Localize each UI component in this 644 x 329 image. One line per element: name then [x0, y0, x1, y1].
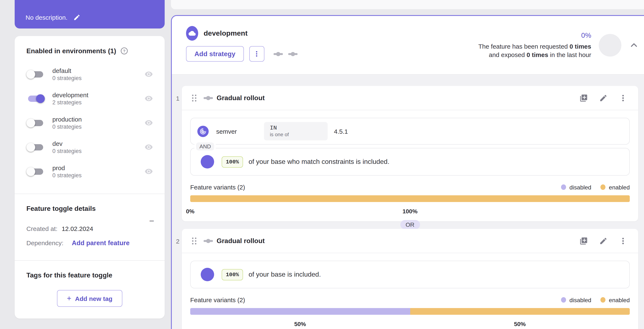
- variant-segment-disabled: [190, 308, 410, 315]
- rollout-percentage-chip: 100%: [222, 269, 243, 280]
- strategy-card: Gradual rollout 100% of your: [182, 229, 638, 329]
- eye-icon[interactable]: [144, 118, 153, 127]
- rollout-percentage-circle: [201, 268, 214, 281]
- environments-title: Enabled in environments (1) ?: [26, 47, 153, 55]
- tags-section: Tags for this feature toggle + Add new t…: [15, 261, 165, 318]
- strategy-menu-icon[interactable]: [619, 236, 627, 245]
- environment-row-default: default 0 strategies: [26, 64, 153, 84]
- metrics-line-2: and exposed 0 times in the last hour: [478, 50, 591, 59]
- strategy-header: Gradual rollout: [182, 86, 638, 110]
- cloud-icon: [188, 30, 196, 37]
- environment-row-dev: dev 0 strategies: [26, 137, 153, 157]
- feature-sidebar-card: Enabled in environments (1) ? default 0 …: [15, 36, 165, 318]
- constraint-context-field: semver: [216, 128, 255, 135]
- feature-details-title: Feature toggle details: [26, 205, 153, 212]
- rollout-strategy-icon: [204, 93, 213, 102]
- eye-icon[interactable]: [144, 143, 153, 151]
- chevron-up-icon[interactable]: [629, 40, 639, 50]
- environment-strategy-count: 0 strategies: [52, 172, 144, 179]
- constraint-row: semver IN is one of 4.5.1: [190, 118, 630, 144]
- legend-disabled-label: disabled: [570, 184, 591, 190]
- created-at-label: Created at:: [26, 225, 58, 232]
- variants-legend: disabled enabled: [561, 296, 630, 303]
- strategy-menu-icon[interactable]: [619, 94, 627, 102]
- feature-variants: Feature variants (2) disabled enabled: [190, 184, 630, 220]
- variant-segment-enabled: [410, 308, 630, 315]
- edit-strategy-icon[interactable]: [599, 94, 608, 102]
- collapse-details-button[interactable]: –: [150, 218, 154, 222]
- legend-enabled-dot: [600, 184, 606, 190]
- constraint-operator: IN is one of: [264, 122, 328, 140]
- kebab-icon: [253, 50, 260, 58]
- created-at-row: Created at: 12.02.2024: [26, 225, 153, 232]
- strategy-title: Gradual rollout: [216, 94, 580, 102]
- copy-strategy-icon[interactable]: [580, 236, 588, 245]
- add-parent-feature-link[interactable]: Add parent feature: [72, 239, 130, 247]
- or-separator-chip: OR: [400, 220, 420, 229]
- environment-toggle-prod[interactable]: [28, 168, 43, 174]
- legend-disabled-label: disabled: [570, 296, 591, 303]
- and-connector-chip: AND: [194, 141, 216, 152]
- svg-text:?: ?: [123, 49, 126, 53]
- environment-menu-button[interactable]: [249, 46, 264, 62]
- environment-row-production: production 0 strategies: [26, 113, 153, 133]
- strategy-card: Gradual rollout: [182, 86, 638, 221]
- dependency-row: Dependency: Add parent feature: [26, 239, 153, 247]
- legend-disabled-dot: [561, 184, 566, 190]
- edit-strategy-icon[interactable]: [599, 236, 608, 245]
- eye-icon[interactable]: [144, 94, 153, 103]
- strategy-header: Gradual rollout: [182, 229, 638, 253]
- drag-handle-icon[interactable]: [190, 236, 198, 246]
- add-new-tag-button[interactable]: + Add new tag: [57, 290, 122, 307]
- rollout-row: 100% of your base who match constraints …: [190, 148, 630, 176]
- legend-enabled-label: enabled: [609, 184, 630, 190]
- environment-accordion-development: development Add strategy: [171, 15, 644, 329]
- avatar: [599, 34, 621, 56]
- drag-handle-icon[interactable]: [190, 93, 198, 102]
- variant-segment-enabled: [190, 195, 630, 202]
- rollout-description: of your base is included.: [248, 271, 321, 278]
- environment-toggle-default[interactable]: [28, 71, 43, 77]
- environment-name: default: [52, 66, 144, 74]
- environment-row-development: development 2 strategies: [26, 88, 153, 108]
- top-panel-edge: [171, 0, 644, 9]
- variants-legend: disabled enabled: [561, 184, 630, 190]
- rollout-percentage-chip: 100%: [222, 156, 243, 168]
- variants-label: Feature variants (2): [190, 184, 245, 191]
- context-field-icon: [200, 128, 206, 135]
- constraint-icon: [197, 126, 209, 137]
- legend-enabled-label: enabled: [609, 296, 630, 303]
- plus-icon: +: [67, 294, 71, 303]
- help-icon[interactable]: ?: [120, 47, 128, 55]
- eye-icon[interactable]: [144, 167, 153, 176]
- environment-toggle-production[interactable]: [28, 120, 43, 126]
- strategy-order-number: 1: [176, 95, 180, 102]
- environment-name: dev: [52, 139, 144, 147]
- environments-section: Enabled in environments (1) ? default 0 …: [15, 36, 165, 194]
- legend-disabled-dot: [561, 297, 566, 302]
- environment-row-prod: prod 0 strategies: [26, 161, 153, 182]
- description-card: No description.: [15, 0, 165, 28]
- environment-strategy-count: 2 strategies: [52, 99, 144, 106]
- legend-enabled-dot: [600, 297, 606, 302]
- strategy-indicator-icon: [288, 49, 298, 58]
- strategy-title: Gradual rollout: [216, 237, 580, 244]
- environment-strategy-count: 0 strategies: [52, 147, 144, 155]
- environment-strategy-count: 0 strategies: [52, 74, 144, 82]
- tags-title: Tags for this feature toggle: [26, 272, 153, 279]
- environment-name: prod: [52, 164, 144, 172]
- environment-toggle-dev[interactable]: [28, 144, 43, 150]
- environment-toggle-development[interactable]: [28, 95, 43, 102]
- environment-strategy-count: 0 strategies: [52, 123, 144, 130]
- edit-description-icon[interactable]: [73, 14, 80, 21]
- constraint-values: 4.5.1: [334, 128, 348, 135]
- environment-icon: [186, 26, 198, 41]
- variant-percent-label: 100%: [402, 208, 418, 214]
- page: No description. Enabled in environments …: [0, 0, 644, 329]
- add-strategy-button[interactable]: Add strategy: [186, 46, 244, 62]
- copy-strategy-icon[interactable]: [580, 94, 588, 102]
- rollout-row: 100% of your base is included.: [190, 261, 630, 288]
- created-at-value: 12.02.2024: [62, 225, 93, 232]
- environment-name: development: [52, 91, 144, 99]
- eye-icon[interactable]: [144, 70, 153, 78]
